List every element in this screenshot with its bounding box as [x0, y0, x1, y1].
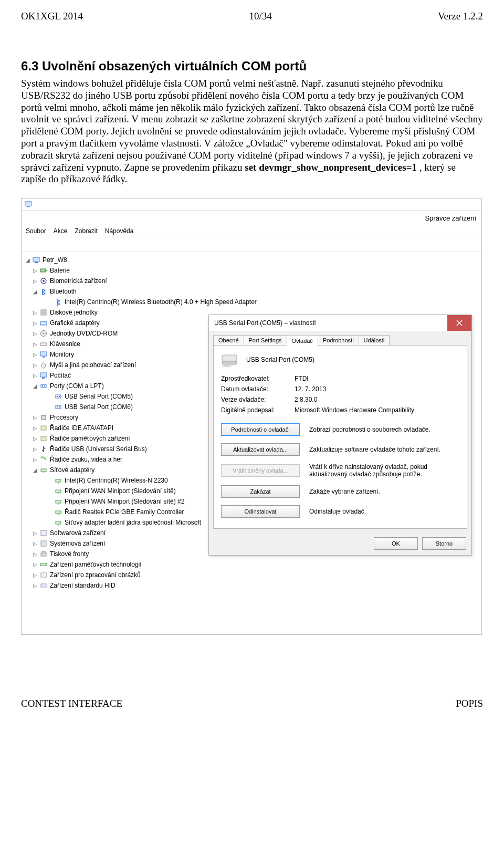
footer-left: CONTEST INTERFACE — [21, 698, 122, 709]
action-button[interactable]: Aktualizovat ovlada... — [221, 443, 300, 456]
tree-arrow-icon[interactable]: ▷ — [33, 310, 38, 316]
driver-properties-dialog: USB Serial Port (COM5) – vlastnosti Obec… — [208, 315, 472, 556]
menu-napoveda[interactable]: Nápověda — [105, 227, 134, 235]
tree-arrow-icon[interactable]: ◢ — [33, 289, 38, 295]
tab-události[interactable]: Události — [359, 335, 390, 345]
tree-item-label: Řadič Realtek PCIe GBE Family Controller — [65, 508, 184, 516]
svg-point-51 — [43, 574, 45, 576]
svg-rect-47 — [41, 553, 46, 556]
svg-rect-48 — [42, 551, 45, 553]
ok-button[interactable]: OK — [374, 537, 418, 550]
tree-arrow-icon[interactable]: ▷ — [33, 457, 38, 463]
tree-arrow-icon[interactable]: ▷ — [33, 541, 38, 547]
info-key: Zprostředkovatel: — [221, 375, 295, 382]
tree-item-label: Grafické adaptéry — [50, 319, 100, 327]
page-header: OK1XGL 2014 10/34 Verze 1.2.2 — [21, 11, 483, 22]
svg-rect-2 — [33, 257, 39, 262]
tree-arrow-icon[interactable]: ▷ — [33, 331, 38, 337]
menu-zobrazit[interactable]: Zobrazit — [75, 227, 97, 235]
gpu-icon — [39, 319, 48, 327]
menu-akce[interactable]: Akce — [54, 227, 68, 235]
tree-arrow-icon[interactable]: ▷ — [33, 551, 38, 557]
mouse-icon — [39, 361, 48, 369]
tab-podrobnosti[interactable]: Podrobnosti — [318, 335, 359, 345]
action-button[interactable]: Odinstalovat — [221, 505, 300, 518]
tree-arrow-icon[interactable]: ▷ — [33, 562, 38, 568]
tree-category[interactable]: ▷Biometrická zařízení — [25, 276, 481, 286]
tree-category[interactable]: ▷Zařízení pro zpracování obrázků — [25, 570, 481, 580]
devmgr-menubar: Soubor Akce Zobrazit Nápověda — [22, 225, 481, 237]
devmgr-quickaccess-bar — [22, 198, 481, 211]
sw-icon — [39, 529, 48, 537]
svg-rect-24 — [59, 396, 60, 397]
menu-soubor[interactable]: Soubor — [26, 227, 46, 235]
dialog-title: USB Serial Port (COM5) – vlastnosti — [214, 319, 316, 327]
tree-item-label: Síťový adaptér ladění jádra společnosti … — [65, 519, 201, 526]
page-footer: CONTEST INTERFACE POPIS — [21, 698, 483, 709]
tree-item-label: USB Serial Port (COM5) — [65, 393, 133, 400]
tree-arrow-icon[interactable]: ▷ — [33, 425, 38, 431]
svg-marker-31 — [41, 457, 46, 460]
header-right: Verze 1.2.2 — [438, 11, 483, 22]
tab-ovladač[interactable]: Ovladač — [287, 336, 318, 346]
tree-arrow-icon[interactable]: ▷ — [33, 583, 38, 589]
tab-obecné[interactable]: Obecné — [213, 335, 244, 345]
tree-item-label: Připojení WAN Miniport (Sledování sítě) — [65, 487, 176, 495]
footer-right: POPIS — [456, 698, 483, 709]
dialog-content: USB Serial Port (COM5) Zprostředkovatel:… — [213, 345, 467, 529]
tree-category[interactable]: ◢Bluetooth — [25, 286, 481, 297]
svg-rect-25 — [56, 405, 61, 409]
tree-arrow-icon[interactable]: ▷ — [33, 446, 38, 452]
devmgr-title: Správce zařízení — [425, 214, 476, 222]
device-icon — [221, 352, 239, 368]
tree-category[interactable]: ▷Zařízení standardu HID — [25, 580, 481, 591]
svg-point-55 — [222, 365, 232, 367]
prn-icon — [39, 550, 48, 558]
svg-rect-22 — [56, 395, 61, 398]
tree-category[interactable]: ▷Baterie — [25, 265, 481, 276]
tree-arrow-icon[interactable]: ◢ — [33, 383, 38, 389]
tree-arrow-icon[interactable]: ▷ — [33, 572, 38, 578]
tree-arrow-icon[interactable]: ▷ — [33, 268, 38, 274]
tree-category[interactable]: ▷Zařízení paměťových technologií — [25, 559, 481, 570]
port-icon — [39, 382, 48, 390]
tree-item-label: Diskové jednotky — [50, 309, 98, 316]
svg-rect-10 — [40, 321, 47, 325]
svg-point-7 — [43, 280, 45, 282]
info-value: FTDI — [295, 375, 459, 382]
tree-arrow-icon[interactable]: ◢ — [33, 467, 38, 473]
tree-arrow-icon[interactable]: ▷ — [33, 373, 38, 379]
pc-icon — [39, 371, 48, 380]
action-description: Zobrazí podrobnosti o souborech ovladače… — [309, 426, 459, 433]
cpu-icon — [39, 413, 48, 422]
svg-rect-27 — [59, 406, 60, 407]
tree-arrow-icon[interactable]: ▷ — [33, 362, 38, 368]
tree-item-label: Síťové adaptéry — [50, 466, 94, 474]
close-button[interactable] — [447, 315, 471, 331]
action-button[interactable]: Podrobnosti o ovladači — [221, 423, 300, 436]
svg-rect-52 — [41, 584, 46, 587]
tree-item-label: Připojení WAN Miniport (Sledování sítě) … — [65, 498, 184, 505]
tree-item-label: Řadiče IDE ATA/ATAPI — [50, 424, 113, 432]
media-icon — [39, 455, 48, 464]
svg-rect-17 — [40, 373, 47, 377]
bt-icon — [54, 298, 62, 306]
tree-arrow-icon[interactable]: ▷ — [33, 320, 38, 326]
tree-device[interactable]: Intel(R) Centrino(R) Wireless Bluetooth(… — [25, 297, 481, 307]
svg-rect-21 — [44, 385, 45, 386]
tree-arrow-icon[interactable]: ▷ — [33, 278, 38, 284]
tree-arrow-icon[interactable]: ▷ — [33, 341, 38, 347]
tree-item-label: Monitory — [50, 351, 74, 358]
tree-arrow-icon[interactable]: ▷ — [33, 352, 38, 358]
tree-arrow-icon[interactable]: ◢ — [26, 257, 31, 263]
svg-rect-18 — [42, 378, 45, 379]
svg-rect-32 — [41, 469, 46, 472]
action-button[interactable]: Zakázat — [221, 485, 300, 498]
tree-arrow-icon[interactable]: ▷ — [33, 436, 38, 442]
tree-root[interactable]: ◢Petr_W8 — [25, 255, 481, 265]
cancel-button[interactable]: Storno — [422, 537, 466, 550]
dialog-titlebar: USB Serial Port (COM5) – vlastnosti — [209, 315, 471, 331]
tab-port-settings[interactable]: Port Settings — [244, 335, 287, 345]
tree-arrow-icon[interactable]: ▷ — [33, 415, 38, 421]
tree-arrow-icon[interactable]: ▷ — [33, 530, 38, 536]
